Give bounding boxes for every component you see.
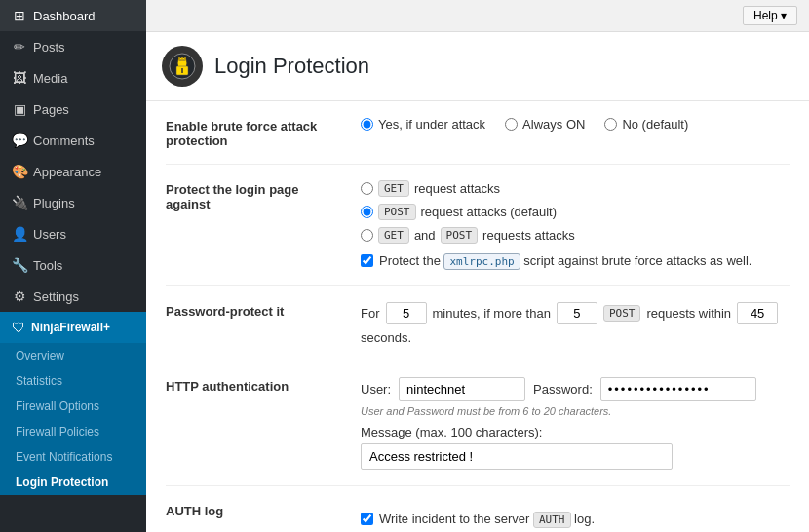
protect-login-row: Protect the login page against GET reque… bbox=[166, 165, 790, 286]
pl-get-post-radio[interactable] bbox=[361, 229, 373, 242]
sidebar-item-statistics[interactable]: Statistics bbox=[0, 368, 146, 394]
sidebar-item-label: Tools bbox=[33, 258, 62, 273]
ninja-sub-menu: Overview Statistics Firewall Options Fir… bbox=[0, 343, 146, 495]
xmlrpc-text-before: Protect the bbox=[379, 253, 443, 268]
bf-always-option[interactable]: Always ON bbox=[505, 117, 585, 132]
sidebar-item-label: Posts bbox=[33, 40, 65, 55]
tools-icon: 🔧 bbox=[12, 257, 27, 273]
ninja-firewall-header[interactable]: 🛡 NinjaFirewall+ bbox=[0, 312, 146, 343]
pl-get-post-suffix: requests attacks bbox=[482, 228, 575, 243]
sidebar-item-pages[interactable]: ▣ Pages bbox=[0, 94, 146, 125]
sidebar-item-label: Pages bbox=[33, 102, 69, 117]
sidebar-item-plugins[interactable]: 🔌 Plugins bbox=[0, 187, 146, 218]
sidebar-item-label: Users bbox=[33, 227, 66, 242]
pl-get-radio[interactable] bbox=[361, 182, 373, 195]
pl-post-option[interactable]: POST request attacks (default) bbox=[361, 204, 790, 220]
auth-log-text-before: Write incident to the server bbox=[379, 512, 533, 526]
pl-get-suffix: request attacks bbox=[414, 181, 500, 196]
users-icon: 👤 bbox=[12, 226, 27, 242]
http-auth-row: HTTP authentication User: Password: User… bbox=[166, 361, 790, 486]
sidebar-item-comments[interactable]: 💬 Comments bbox=[0, 125, 146, 156]
sidebar-item-appearance[interactable]: 🎨 Appearance bbox=[0, 156, 146, 187]
bf-no-radio[interactable] bbox=[604, 118, 617, 131]
bf-yes-radio[interactable] bbox=[361, 118, 373, 131]
password-protect-form: For minutes, if more than POST requests … bbox=[361, 302, 790, 345]
ninja-firewall-label: NinjaFirewall+ bbox=[31, 321, 110, 334]
auth-log-row: AUTH log Write incident to the server AU… bbox=[166, 486, 790, 532]
appearance-icon: 🎨 bbox=[12, 164, 27, 179]
protect-login-radio-group: GET request attacks POST request attacks… bbox=[361, 180, 790, 244]
bf-yes-option[interactable]: Yes, if under attack bbox=[361, 117, 485, 132]
pp-requests-input[interactable] bbox=[557, 302, 597, 324]
pl-post-suffix: request attacks (default) bbox=[421, 205, 557, 219]
pl-post-radio[interactable] bbox=[361, 206, 373, 218]
sidebar-item-posts[interactable]: ✏ Posts bbox=[0, 31, 146, 62]
ninja-icon: 🛡 bbox=[12, 320, 25, 335]
password-protect-content: For minutes, if more than POST requests … bbox=[361, 302, 790, 345]
sidebar-item-event-notifications[interactable]: Event Notifications bbox=[0, 444, 146, 470]
pp-text4: seconds. bbox=[361, 330, 411, 345]
pages-icon: ▣ bbox=[12, 101, 27, 117]
xmlrpc-badge: xmlrpc.php bbox=[443, 253, 520, 270]
bf-no-option[interactable]: No (default) bbox=[604, 117, 688, 132]
pp-minutes-input[interactable] bbox=[386, 302, 427, 324]
sidebar-item-login-protection[interactable]: Login Protection bbox=[0, 470, 146, 495]
pp-text2: minutes, if more than bbox=[433, 306, 551, 321]
pl-get-option[interactable]: GET request attacks bbox=[361, 180, 790, 197]
help-button[interactable]: Help ▾ bbox=[743, 6, 797, 25]
sidebar-item-settings[interactable]: ⚙ Settings bbox=[0, 281, 146, 312]
protect-login-label: Protect the login page against bbox=[166, 180, 341, 211]
http-auth-label: HTTP authentication bbox=[166, 377, 341, 394]
sidebar: ⊞ Dashboard ✏ Posts 🖼 Media ▣ Pages 💬 Co… bbox=[0, 0, 146, 532]
pp-text3: requests within bbox=[646, 306, 731, 321]
get-badge-1: GET bbox=[378, 180, 409, 197]
password-input[interactable] bbox=[600, 377, 756, 401]
auth-log-checkbox[interactable] bbox=[361, 513, 373, 525]
password-protect-row: Password-protect it For minutes, if more… bbox=[166, 286, 790, 361]
brute-force-label: Enable brute force attack protection bbox=[166, 117, 341, 148]
pp-text1: For bbox=[361, 306, 380, 321]
sidebar-item-media[interactable]: 🖼 Media bbox=[0, 62, 146, 94]
sidebar-item-label: Comments bbox=[33, 133, 95, 148]
page-icon bbox=[162, 46, 203, 87]
page-header: Login Protection bbox=[146, 32, 809, 101]
sidebar-item-tools[interactable]: 🔧 Tools bbox=[0, 249, 146, 281]
topbar: Help ▾ bbox=[146, 0, 809, 32]
sidebar-item-firewall-options[interactable]: Firewall Options bbox=[0, 394, 146, 419]
bf-always-radio[interactable] bbox=[505, 118, 518, 131]
bf-yes-label: Yes, if under attack bbox=[378, 117, 485, 132]
pp-seconds-input[interactable] bbox=[737, 302, 778, 324]
sidebar-item-firewall-policies[interactable]: Firewall Policies bbox=[0, 419, 146, 444]
get-badge-2: GET bbox=[378, 227, 409, 244]
sidebar-item-label: Plugins bbox=[33, 196, 75, 210]
xmlrpc-checkbox[interactable] bbox=[361, 254, 373, 267]
sidebar-item-label: Settings bbox=[33, 289, 79, 304]
sidebar-item-users[interactable]: 👤 Users bbox=[0, 218, 146, 249]
posts-icon: ✏ bbox=[12, 39, 27, 55]
auth-log-label: AUTH log bbox=[166, 502, 341, 518]
auth-note: User and Password must be from 6 to 20 c… bbox=[361, 405, 790, 417]
post-badge-pp: POST bbox=[603, 305, 641, 322]
sidebar-item-overview[interactable]: Overview bbox=[0, 343, 146, 368]
auth-log-content: Write incident to the server AUTH log. S… bbox=[361, 502, 790, 532]
media-icon: 🖼 bbox=[12, 70, 27, 86]
comments-icon: 💬 bbox=[12, 133, 27, 148]
message-input[interactable] bbox=[361, 443, 673, 470]
auth-log-checkbox-row: Write incident to the server AUTH log. bbox=[361, 512, 790, 528]
sidebar-item-dashboard[interactable]: ⊞ Dashboard bbox=[0, 0, 146, 31]
xmlrpc-label[interactable]: Protect the xmlrpc.php script against br… bbox=[379, 253, 751, 270]
dashboard-icon: ⊞ bbox=[12, 8, 27, 23]
plugins-icon: 🔌 bbox=[12, 195, 27, 210]
bf-always-label: Always ON bbox=[522, 117, 585, 132]
main-content: Help ▾ Login Protection bbox=[146, 0, 809, 532]
pl-get-post-option[interactable]: GET and POST requests attacks bbox=[361, 227, 790, 244]
password-label: Password: bbox=[533, 382, 593, 397]
brute-force-radio-group: Yes, if under attack Always ON No (defau… bbox=[361, 117, 790, 132]
auth-log-text-after: log. bbox=[571, 512, 596, 526]
user-input[interactable] bbox=[399, 377, 525, 401]
auth-log-text[interactable]: Write incident to the server AUTH log. bbox=[379, 512, 595, 528]
xmlrpc-checkbox-row: Protect the xmlrpc.php script against br… bbox=[361, 253, 790, 270]
sidebar-item-label: Media bbox=[33, 71, 67, 86]
user-label: User: bbox=[361, 382, 391, 397]
post-badge-1: POST bbox=[378, 204, 416, 220]
